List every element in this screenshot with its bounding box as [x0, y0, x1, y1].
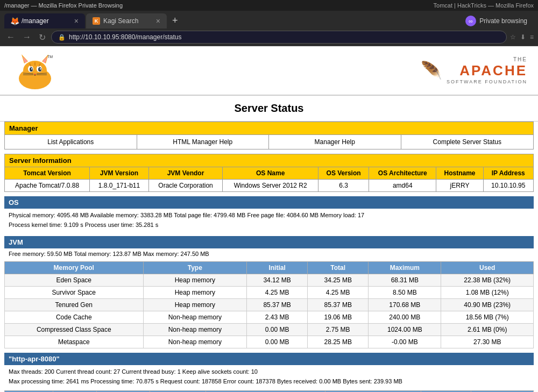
tomcat-cat-image: TM — [11, 52, 59, 89]
jvm-table-cell: 40.90 MB (23%) — [441, 299, 534, 311]
firefox-icon: 🦊 — [11, 17, 18, 25]
col-os-version: OS Version — [318, 167, 369, 180]
tab-kagi-close[interactable]: × — [156, 17, 160, 25]
jvm-col-used: Used — [441, 262, 534, 274]
jvm-table-row: Eden SpaceHeap memory34.12 MB34.25 MB68.… — [5, 274, 534, 287]
jvm-table-cell: 4.25 MB — [247, 287, 308, 299]
server-info-section: Server Information Tomcat Version JVM Ve… — [4, 154, 534, 192]
server-info-row: Apache Tomcat/7.0.88 1.8.0_171-b11 Oracl… — [5, 180, 534, 192]
jvm-table-cell: Eden Space — [5, 274, 144, 287]
svg-point-8 — [30, 67, 33, 72]
list-applications-link[interactable]: List Applications — [5, 135, 137, 149]
col-tomcat-version: Tomcat Version — [5, 167, 90, 180]
title-bar: /manager — Mozilla Firefox Private Brows… — [0, 0, 538, 11]
val-os-arch: amd64 — [369, 180, 436, 192]
os-info-line2: Process kernel time: 9.109 s Process use… — [9, 220, 529, 230]
jvm-table-cell: Non-heap memory — [143, 311, 246, 324]
jvm-table-row: Tenured GenHeap memory85.37 MB85.37 MB17… — [5, 299, 534, 311]
jvm-table-cell: 22.38 MB (32%) — [441, 274, 534, 287]
jvm-table-cell: Code Cache — [5, 311, 144, 324]
tab-manager-close[interactable]: × — [74, 17, 79, 25]
tab-kagi-label: Kagi Search — [103, 17, 138, 25]
svg-point-9 — [38, 67, 41, 72]
title-bar-text: /manager — Mozilla Firefox Private Brows… — [4, 2, 123, 9]
jvm-section: JVM Free memory: 59.50 MB Total memory: … — [4, 236, 534, 348]
jvm-table-cell: Non-heap memory — [143, 336, 246, 348]
svg-point-11 — [40, 68, 41, 70]
val-ip-address: 10.10.10.95 — [483, 180, 533, 192]
jvm-table-cell: 28.25 MB — [308, 336, 369, 348]
private-badge: ∞ Private browsing — [459, 13, 534, 28]
jvm-table-cell: Survivor Space — [5, 287, 144, 299]
bookmark-icon[interactable]: ☆ — [510, 33, 516, 41]
apache-main-label: APACHE — [447, 62, 527, 79]
new-tab-button[interactable]: + — [168, 13, 182, 28]
url-display: http://10.10.10.95:8080/manager/status — [69, 33, 181, 41]
jvm-table-cell: 1.08 MB (12%) — [441, 287, 534, 299]
val-tomcat-version: Apache Tomcat/7.0.88 — [5, 180, 90, 192]
col-hostname: Hostname — [436, 167, 483, 180]
forward-button[interactable]: → — [20, 31, 33, 43]
browser-chrome: /manager — Mozilla Firefox Private Brows… — [0, 0, 538, 46]
jvm-table-cell: Tenured Gen — [5, 299, 144, 311]
val-os-version: 6.3 — [318, 180, 369, 192]
os-header: OS — [4, 196, 534, 209]
menu-icon[interactable]: ≡ — [530, 33, 534, 41]
jvm-col-maximum: Maximum — [369, 262, 441, 274]
page-wrapper: Manager List Applications HTML Manager H… — [0, 122, 538, 392]
jvm-table-cell: 0.00 MB — [247, 324, 308, 336]
jvm-table-cell: 2.61 MB (0%) — [441, 324, 534, 336]
kagi-icon: K — [93, 17, 100, 25]
private-label: Private browsing — [479, 17, 527, 25]
jvm-table-cell: 27.30 MB — [441, 336, 534, 348]
tab-manager-label: /manager — [22, 17, 49, 25]
tomcat-logo: TM — [11, 52, 59, 89]
tab-manager[interactable]: 🦊 /manager × — [4, 13, 85, 28]
col-jvm-vendor: JVM Vendor — [148, 167, 222, 180]
jvm-col-type: Type — [143, 262, 246, 274]
complete-server-status-link[interactable]: Complete Server Status — [401, 135, 534, 149]
http-info-line1: Max threads: 200 Current thread count: 2… — [9, 367, 529, 377]
jvm-table-cell: 4.25 MB — [308, 287, 369, 299]
http-info: Max threads: 200 Current thread count: 2… — [4, 365, 534, 388]
downloads-icon[interactable]: ⬇ — [520, 33, 526, 41]
apache-logo: 🪶 THE APACHE SOFTWARE FOUNDATION — [421, 56, 527, 84]
jvm-table-cell: 34.12 MB — [247, 274, 308, 287]
jvm-table-cell: 170.68 MB — [369, 299, 441, 311]
reload-button[interactable]: ↻ — [37, 31, 48, 44]
http-section: "http-apr-8080" Max threads: 200 Current… — [4, 353, 534, 392]
jvm-table-cell: 18.56 MB (7%) — [441, 311, 534, 324]
jvm-table-row: MetaspaceNon-heap memory0.00 MB28.25 MB-… — [5, 336, 534, 348]
lock-icon: 🔒 — [58, 34, 66, 41]
html-manager-help-link[interactable]: HTML Manager Help — [137, 135, 270, 149]
val-jvm-version: 1.8.0_171-b11 — [90, 180, 149, 192]
jvm-table-row: Survivor SpaceHeap memory4.25 MB4.25 MB8… — [5, 287, 534, 299]
nav-bar: ← → ↻ 🔒 http://10.10.10.95:8080/manager/… — [0, 28, 538, 46]
os-info: Physical memory: 4095.48 MB Available me… — [4, 209, 534, 232]
jvm-table-cell: 240.00 MB — [369, 311, 441, 324]
jvm-table-cell: 8.50 MB — [369, 287, 441, 299]
manager-help-link[interactable]: Manager Help — [269, 135, 401, 149]
jvm-table-cell: 2.75 MB — [308, 324, 369, 336]
os-section: OS Physical memory: 4095.48 MB Available… — [4, 196, 534, 232]
val-hostname: jERRY — [436, 180, 483, 192]
jvm-table-cell: 85.37 MB — [247, 299, 308, 311]
back-button[interactable]: ← — [4, 31, 17, 43]
jvm-table-cell: 1024.00 MB — [369, 324, 441, 336]
http-info-line2: Max processing time: 2641 ms Processing … — [9, 377, 529, 387]
apache-feather-icon: 🪶 — [421, 60, 442, 81]
jvm-memory-info: Free memory: 59.50 MB Total memory: 123.… — [9, 251, 209, 257]
jvm-table-cell: Compressed Class Space — [5, 324, 144, 336]
nav-actions: ☆ ⬇ ≡ — [510, 33, 534, 41]
jvm-table-cell: Non-heap memory — [143, 324, 246, 336]
jvm-table-cell: 19.06 MB — [308, 311, 369, 324]
jvm-table-cell: Heap memory — [143, 299, 246, 311]
apache-sub-label: SOFTWARE FOUNDATION — [447, 79, 527, 84]
manager-section: Manager List Applications HTML Manager H… — [4, 122, 534, 149]
address-bar[interactable]: 🔒 http://10.10.10.95:8080/manager/status — [51, 31, 507, 44]
server-info-header: Server Information — [4, 154, 534, 167]
col-os-arch: OS Architecture — [369, 167, 436, 180]
server-status-title: Server Status — [0, 96, 538, 122]
page-header: TM 🪶 THE APACHE SOFTWARE FOUNDATION — [0, 46, 538, 96]
tab-kagi[interactable]: K Kagi Search × — [86, 13, 167, 28]
